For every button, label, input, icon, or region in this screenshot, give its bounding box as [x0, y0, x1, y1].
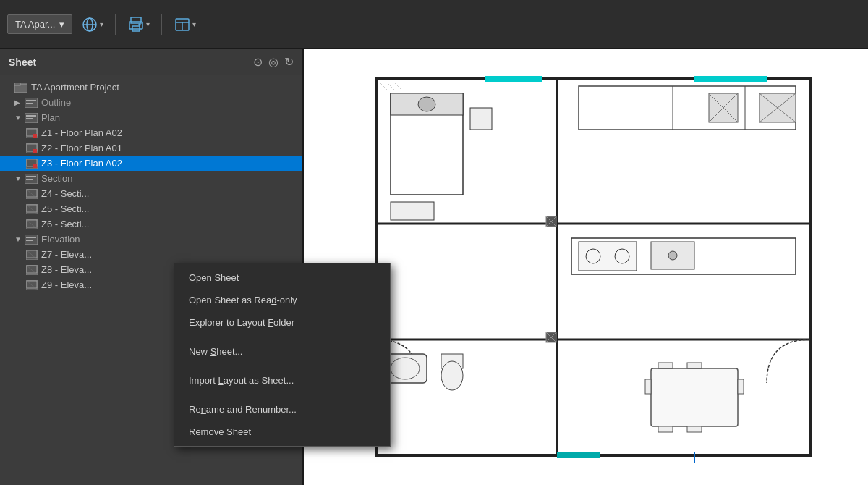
panel-title: Sheet [9, 56, 36, 68]
z6-label: Z6 - Secti... [41, 219, 89, 229]
plan-collapse-icon: ▼ [14, 114, 22, 122]
z5-sheet-icon [26, 204, 38, 214]
svg-rect-20 [33, 134, 37, 138]
svg-line-87 [380, 83, 387, 90]
z4-label: Z4 - Secti... [41, 188, 89, 199]
plan-label: Plan [41, 112, 60, 123]
svg-rect-101 [687, 426, 702, 432]
project-dropdown[interactable]: TA Apar... ▾ [7, 14, 72, 34]
z8-sheet-icon [26, 265, 38, 275]
svg-rect-13 [26, 100, 36, 101]
context-menu-open-readonly[interactable]: Open Sheet as Read-only [174, 289, 390, 311]
elevation-svg-icon [25, 235, 38, 245]
z3-label: Z3 - Floor Plan A02 [41, 158, 122, 169]
z4-sheet-icon [26, 189, 38, 199]
main-content: Sheet ⊙ ◎ ↻ TA Apartment Project [0, 49, 868, 485]
explorer-label: Explorer to Layout Folder [189, 317, 294, 328]
tree-group-elevation[interactable]: ▼ Elevation [0, 232, 302, 247]
svg-rect-3 [131, 17, 141, 23]
plan-svg-icon [25, 113, 38, 123]
project-name-label: TA Apartment Project [31, 82, 119, 93]
context-menu-rename[interactable]: Rename and Renumber... [174, 398, 390, 421]
separator-2 [161, 14, 162, 35]
tree-group-outline[interactable]: ▶ Outline [0, 95, 302, 110]
import-layout-label: Import Layout as Sheet... [189, 375, 294, 386]
eye-panel-icon[interactable]: ◎ [268, 55, 278, 69]
z2-sheet-icon [26, 143, 38, 153]
z7-sheet-icon [26, 250, 38, 260]
z2-label: Z2 - Floor Plan A01 [41, 143, 122, 153]
elevation-collapse-icon: ▼ [14, 235, 22, 243]
z6-svg-icon [26, 219, 38, 229]
svg-rect-103 [738, 379, 744, 394]
tree-item-z7[interactable]: Z7 - Eleva... [0, 247, 302, 262]
globe-button[interactable]: ▾ [78, 13, 106, 36]
outline-group-icon [25, 98, 38, 108]
rename-label: Rename and Renumber... [189, 404, 297, 415]
toolbar: TA Apar... ▾ ▾ ▾ ▾ [0, 0, 868, 49]
svg-rect-17 [26, 118, 33, 119]
z1-label: Z1 - Floor Plan A02 [41, 127, 122, 138]
z3-svg-icon [26, 159, 38, 169]
tree-item-z4[interactable]: Z4 - Secti... [0, 186, 302, 201]
tree-item-z3[interactable]: Z3 - Floor Plan A02 [0, 156, 302, 171]
svg-line-89 [394, 83, 401, 90]
svg-rect-14 [26, 103, 33, 104]
z8-svg-icon [26, 265, 38, 275]
layout-dropdown-icon: ▾ [192, 20, 196, 28]
tree-item-z2[interactable]: Z2 - Floor Plan A01 [0, 140, 302, 156]
z5-label: Z5 - Secti... [41, 203, 89, 214]
elevation-label: Elevation [41, 234, 80, 245]
tree-group-section[interactable]: ▼ Section [0, 171, 302, 186]
print-button[interactable]: ▾ [124, 13, 153, 36]
svg-rect-23 [33, 149, 37, 153]
separator-2 [174, 366, 390, 366]
context-menu: Open Sheet Open Sheet as Read-only Explo… [174, 263, 391, 447]
tree-item-z6[interactable]: Z6 - Secti... [0, 216, 302, 232]
svg-rect-61 [557, 452, 600, 458]
context-menu-remove-sheet[interactable]: Remove Sheet [174, 421, 390, 443]
globe-dropdown-icon: ▾ [100, 20, 103, 28]
context-menu-open-sheet[interactable]: Open Sheet [174, 266, 390, 289]
svg-rect-26 [33, 164, 37, 168]
svg-point-81 [668, 251, 677, 260]
project-svg-icon [14, 83, 27, 93]
outline-collapse-icon: ▶ [14, 98, 22, 106]
context-menu-explorer[interactable]: Explorer to Layout Folder [174, 311, 390, 334]
svg-rect-29 [26, 179, 33, 180]
project-label: TA Apar... [15, 19, 55, 30]
dropdown-arrow-icon: ▾ [59, 19, 64, 30]
z6-sheet-icon [26, 219, 38, 229]
separator-1 [174, 337, 390, 337]
z1-svg-icon [26, 128, 38, 138]
svg-rect-40 [26, 237, 36, 238]
tree-project-root[interactable]: TA Apartment Project [0, 80, 302, 95]
layout-icon [174, 16, 191, 33]
elevation-group-icon [25, 235, 38, 245]
svg-rect-16 [26, 115, 36, 117]
context-menu-new-sheet[interactable]: New Sheet... [174, 340, 390, 363]
new-sheet-label: New Sheet... [189, 346, 242, 357]
svg-point-6 [139, 24, 140, 25]
svg-point-64 [418, 97, 435, 111]
print-icon [127, 16, 145, 33]
panel-header: Sheet ⊙ ◎ ↻ [0, 49, 302, 75]
svg-rect-57 [485, 76, 542, 82]
layout-button[interactable]: ▾ [171, 13, 199, 36]
svg-rect-65 [470, 108, 492, 130]
open-sheet-label: Open Sheet [189, 272, 239, 283]
section-group-icon [25, 174, 38, 184]
tree-group-plan[interactable]: ▼ Plan [0, 110, 302, 125]
context-menu-import-layout[interactable]: Import Layout as Sheet... [174, 369, 390, 392]
section-svg-icon [25, 174, 38, 184]
plan-group-icon [25, 113, 38, 123]
refresh-panel-icon[interactable]: ↻ [284, 55, 294, 69]
open-readonly-label: Open Sheet as Read-only [189, 295, 297, 305]
collapse-panel-icon[interactable]: ⊙ [253, 55, 263, 69]
svg-rect-41 [26, 240, 33, 241]
tree-item-z1[interactable]: Z1 - Floor Plan A02 [0, 125, 302, 140]
z7-label: Z7 - Eleva... [41, 249, 92, 260]
tree-item-z5[interactable]: Z5 - Secti... [0, 201, 302, 216]
z7-svg-icon [26, 250, 38, 260]
svg-rect-98 [658, 363, 673, 368]
